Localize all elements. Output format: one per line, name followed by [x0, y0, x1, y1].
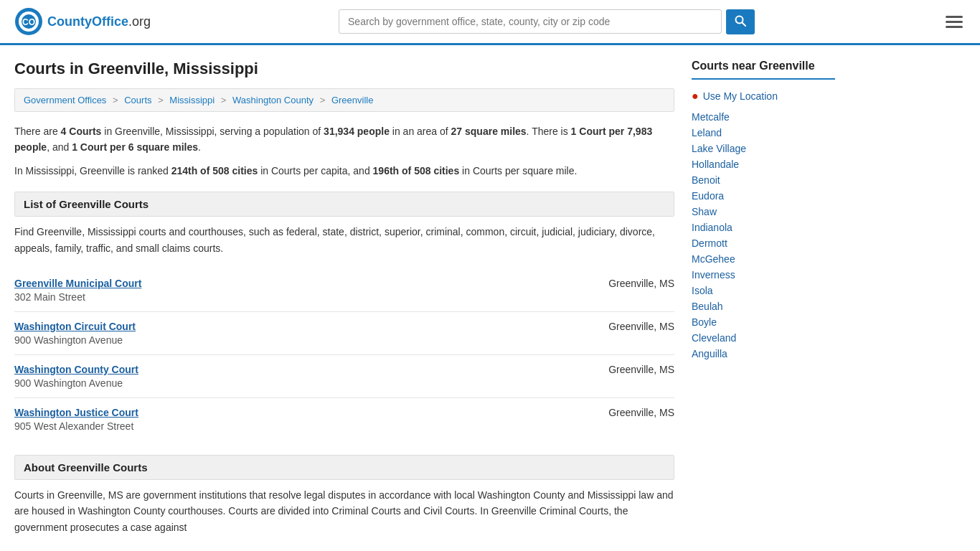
nearby-item-7: Indianola	[692, 222, 835, 233]
logo-icon: CO	[14, 7, 43, 36]
court-name-2[interactable]: Washington County Court	[14, 364, 138, 375]
nearby-link-5[interactable]: Eudora	[692, 190, 724, 202]
breadcrumb-gov-offices[interactable]: Government Offices	[24, 95, 106, 105]
about-section-header: About Greenville Courts	[14, 455, 674, 480]
court-address-0: 302 Main Street	[14, 291, 141, 303]
about-text: Courts in Greenville, MS are government …	[14, 487, 674, 535]
nearby-item-4: Benoit	[692, 174, 835, 186]
use-location-link[interactable]: Use My Location	[703, 90, 778, 102]
nearby-link-2[interactable]: Lake Village	[692, 143, 746, 154]
nearby-item-2: Lake Village	[692, 143, 835, 154]
nearby-link-9[interactable]: McGehee	[692, 253, 735, 265]
breadcrumb-greenville[interactable]: Greenville	[331, 95, 374, 105]
nearby-item-3: Hollandale	[692, 159, 835, 170]
list-description: Find Greenville, Mississippi courts and …	[14, 224, 674, 256]
nearby-item-14: Cleveland	[692, 332, 835, 344]
nearby-link-11[interactable]: Isola	[692, 285, 713, 296]
nearby-link-14[interactable]: Cleveland	[692, 332, 736, 344]
court-city-2: Greenville, MS	[608, 364, 674, 375]
nearby-item-13: Boyle	[692, 316, 835, 328]
search-icon	[735, 15, 746, 27]
breadcrumb: Government Offices > Courts > Mississipp…	[14, 88, 674, 112]
ranking-text: In Mississippi, Greenville is ranked 214…	[14, 163, 674, 179]
nearby-link-8[interactable]: Dermott	[692, 237, 727, 249]
menu-icon	[946, 21, 963, 23]
description-text: There are 4 Courts in Greenville, Missis…	[14, 123, 674, 156]
sidebar-title: Courts near Greenville	[692, 60, 835, 80]
nearby-item-10: Inverness	[692, 269, 835, 281]
search-input[interactable]	[339, 9, 722, 34]
breadcrumb-mississippi[interactable]: Mississippi	[169, 95, 215, 105]
court-name-1[interactable]: Washington Circuit Court	[14, 321, 136, 332]
nearby-item-9: McGehee	[692, 253, 835, 265]
court-name-3[interactable]: Washington Justice Court	[14, 407, 138, 418]
court-address-1: 900 Washington Avenue	[14, 334, 136, 346]
nearby-item-6: Shaw	[692, 206, 835, 217]
court-city-3: Greenville, MS	[608, 407, 674, 418]
court-city-1: Greenville, MS	[608, 321, 674, 332]
location-pin-icon: ●	[692, 90, 699, 103]
menu-icon	[946, 26, 963, 28]
nearby-link-6[interactable]: Shaw	[692, 206, 717, 217]
logo-text: CountyOffice.org	[47, 14, 151, 29]
court-item-3: Washington Justice Court 905 West Alexan…	[14, 398, 674, 441]
court-address-2: 900 Washington Avenue	[14, 377, 138, 389]
search-button[interactable]	[726, 9, 755, 34]
nearby-list: MetcalfeLelandLake VillageHollandaleBeno…	[692, 111, 835, 359]
nearby-item-1: Leland	[692, 127, 835, 138]
nearby-link-15[interactable]: Anguilla	[692, 348, 727, 359]
nearby-link-4[interactable]: Benoit	[692, 174, 720, 186]
nearby-item-8: Dermott	[692, 237, 835, 249]
breadcrumb-courts[interactable]: Courts	[124, 95, 151, 105]
menu-button[interactable]	[943, 13, 966, 31]
court-item-1: Washington Circuit Court 900 Washington …	[14, 312, 674, 355]
nearby-link-12[interactable]: Beulah	[692, 301, 723, 312]
svg-text:CO: CO	[22, 17, 35, 27]
svg-line-5	[743, 22, 746, 26]
nearby-link-3[interactable]: Hollandale	[692, 159, 739, 170]
menu-icon	[946, 16, 963, 18]
court-item-2: Washington County Court 900 Washington A…	[14, 355, 674, 398]
nearby-link-0[interactable]: Metcalfe	[692, 111, 730, 123]
use-location[interactable]: ● Use My Location	[692, 90, 835, 103]
nearby-item-5: Eudora	[692, 190, 835, 202]
nearby-item-15: Anguilla	[692, 348, 835, 359]
court-city-0: Greenville, MS	[608, 278, 674, 289]
page-title: Courts in Greenville, Mississippi	[14, 60, 674, 78]
court-name-0[interactable]: Greenville Municipal Court	[14, 278, 141, 289]
sidebar: Courts near Greenville ● Use My Location…	[692, 60, 835, 535]
breadcrumb-washington-county[interactable]: Washington County	[232, 95, 314, 105]
nearby-link-7[interactable]: Indianola	[692, 222, 732, 233]
nearby-item-12: Beulah	[692, 301, 835, 312]
nearby-link-1[interactable]: Leland	[692, 127, 722, 138]
court-item-0: Greenville Municipal Court 302 Main Stre…	[14, 269, 674, 312]
nearby-item-11: Isola	[692, 285, 835, 296]
nearby-link-13[interactable]: Boyle	[692, 316, 717, 328]
nearby-item-0: Metcalfe	[692, 111, 835, 123]
nearby-link-10[interactable]: Inverness	[692, 269, 735, 281]
courts-list: Greenville Municipal Court 302 Main Stre…	[14, 269, 674, 441]
list-section-header: List of Greenville Courts	[14, 192, 674, 217]
court-address-3: 905 West Alexander Street	[14, 420, 138, 432]
logo[interactable]: CO CountyOffice.org	[14, 7, 151, 36]
search-area	[339, 9, 755, 34]
